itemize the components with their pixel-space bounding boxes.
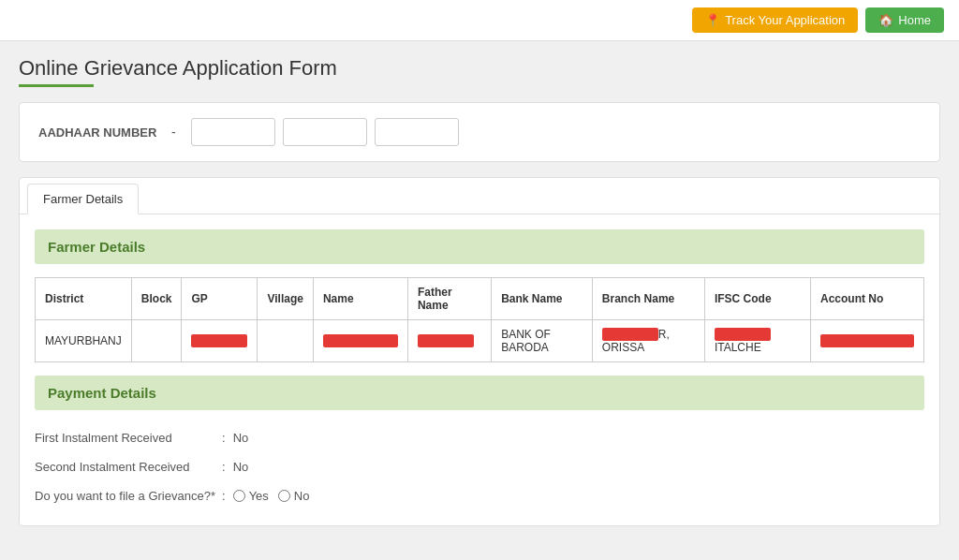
- redacted-gp: [191, 334, 247, 347]
- grievance-yes-radio[interactable]: [233, 490, 245, 502]
- payment-section-header: Payment Details: [35, 376, 924, 410]
- tab-farmer-details[interactable]: Farmer Details: [27, 184, 139, 214]
- tab-content: Farmer Details District Block GP Village…: [20, 214, 939, 525]
- redacted-branch-prefix: [602, 328, 658, 341]
- payment-row-second: Second Instalment Received : No: [35, 452, 924, 481]
- cell-gp: [182, 320, 258, 362]
- grievance-label: Do you want to file a Grievance?*: [35, 489, 222, 503]
- farmer-table-header-row: District Block GP Village Name Father Na…: [36, 278, 924, 320]
- col-block: Block: [131, 278, 182, 320]
- farmer-table: District Block GP Village Name Father Na…: [35, 277, 924, 362]
- first-instalment-value: No: [233, 431, 249, 445]
- aadhaar-inputs: [191, 118, 459, 146]
- cell-ifsc-code: ITALCHE: [704, 320, 810, 362]
- tab-farmer-details-label: Farmer Details: [43, 192, 123, 206]
- col-gp: GP: [182, 278, 258, 320]
- cell-village: [258, 320, 313, 362]
- aadhaar-separator: -: [171, 125, 176, 140]
- grievance-no-label[interactable]: No: [278, 489, 310, 503]
- col-ifsc-code: IFSC Code: [704, 278, 810, 320]
- redacted-ifsc-prefix: [715, 328, 771, 341]
- aadhaar-input-1[interactable]: [191, 118, 275, 146]
- aadhaar-label: AADHAAR NUMBER: [38, 125, 160, 140]
- second-instalment-colon: :: [222, 460, 226, 474]
- aadhaar-input-3[interactable]: [375, 118, 459, 146]
- redacted-account-no: [820, 334, 914, 347]
- track-label: Track Your Application: [725, 13, 845, 27]
- grievance-no-radio[interactable]: [278, 490, 290, 502]
- table-row: MAYURBHANJ BANK OF BARODA: [36, 320, 924, 362]
- cell-district: MAYURBHANJ: [36, 320, 132, 362]
- farmer-section-header: Farmer Details: [35, 229, 924, 264]
- grievance-yes-label[interactable]: Yes: [233, 489, 269, 503]
- aadhaar-input-2[interactable]: [283, 118, 367, 146]
- top-bar: 📍 Track Your Application 🏠 Home: [0, 0, 959, 41]
- home-icon: 🏠: [878, 13, 893, 27]
- grievance-yes-text: Yes: [249, 489, 269, 503]
- payment-section: Payment Details First Instalment Receive…: [35, 376, 924, 510]
- col-bank-name: Bank Name: [492, 278, 593, 320]
- track-application-button[interactable]: 📍 Track Your Application: [692, 7, 858, 33]
- cell-block: [131, 320, 182, 362]
- grievance-radio-group: Yes No: [233, 489, 310, 503]
- col-account-no: Account No: [810, 278, 923, 320]
- cell-branch-name: R, ORISSA: [592, 320, 704, 362]
- col-district: District: [36, 278, 132, 320]
- home-button[interactable]: 🏠 Home: [865, 7, 944, 33]
- col-father-name: Father Name: [407, 278, 491, 320]
- redacted-father-name: [418, 334, 474, 347]
- payment-section-title: Payment Details: [48, 385, 156, 401]
- title-underline: [19, 84, 94, 87]
- col-village: Village: [258, 278, 313, 320]
- track-icon: 📍: [705, 13, 720, 27]
- second-instalment-label: Second Instalment Received: [35, 460, 222, 474]
- redacted-name: [323, 334, 398, 347]
- payment-row-grievance: Do you want to file a Grievance?* : Yes …: [35, 481, 924, 510]
- grievance-colon: :: [222, 489, 226, 503]
- cell-father-name: [407, 320, 491, 362]
- cell-name: [313, 320, 407, 362]
- payment-row-first: First Instalment Received : No: [35, 423, 924, 452]
- cell-bank-name: BANK OF BARODA: [492, 320, 593, 362]
- col-name: Name: [313, 278, 407, 320]
- farmer-table-body: MAYURBHANJ BANK OF BARODA: [36, 320, 924, 362]
- farmer-table-head: District Block GP Village Name Father Na…: [36, 278, 924, 320]
- col-branch-name: Branch Name: [592, 278, 704, 320]
- page-title: Online Grievance Application Form: [19, 56, 940, 81]
- first-instalment-label: First Instalment Received: [35, 431, 222, 445]
- home-label: Home: [898, 13, 931, 27]
- second-instalment-value: No: [233, 460, 249, 474]
- aadhaar-section: AADHAAR NUMBER -: [19, 102, 940, 162]
- farmer-section-title: Farmer Details: [48, 239, 145, 255]
- tabs-container: Farmer Details Farmer Details District B…: [19, 177, 940, 526]
- grievance-no-text: No: [294, 489, 310, 503]
- cell-account-no: [810, 320, 923, 362]
- main-content: Online Grievance Application Form AADHAA…: [0, 41, 959, 560]
- first-instalment-colon: :: [222, 431, 226, 445]
- tab-header: Farmer Details: [20, 178, 939, 214]
